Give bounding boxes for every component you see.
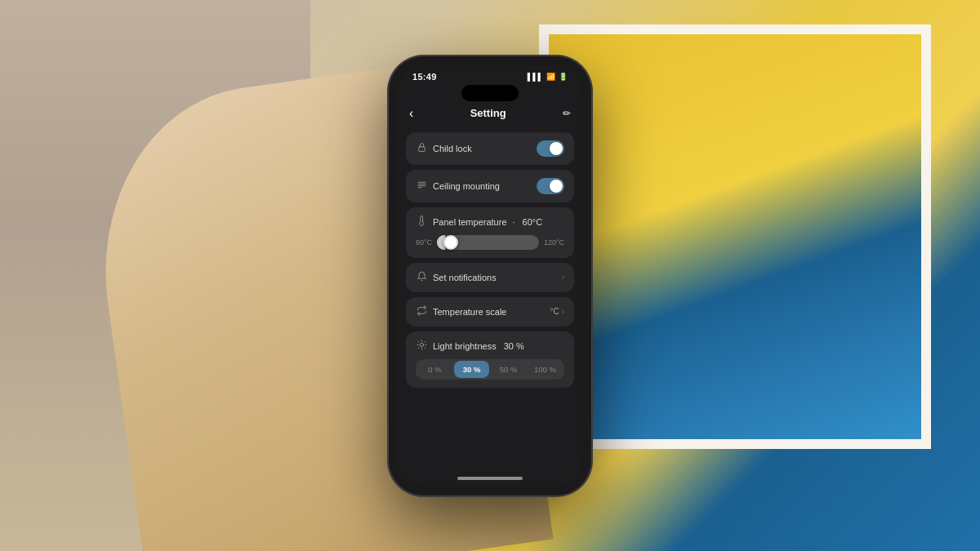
ceiling-mounting-card: Ceiling mounting — [406, 170, 574, 202]
set-notifications-card[interactable]: Set notifications › — [406, 263, 574, 292]
temperature-scale-right: °C › — [550, 307, 564, 316]
dynamic-island — [461, 85, 519, 101]
child-lock-left: Child lock — [416, 142, 472, 155]
ceiling-mounting-toggle[interactable] — [537, 178, 564, 194]
status-time: 15:49 — [412, 72, 437, 82]
settings-content: Child lock — [398, 127, 582, 472]
light-brightness-section: Light brightness 30 % 0 % 30 % 50 % 100 … — [406, 331, 574, 388]
child-lock-toggle[interactable] — [537, 140, 564, 157]
background-art — [549, 34, 921, 439]
bell-icon — [416, 271, 427, 284]
svg-line-9 — [424, 347, 425, 348]
status-icons: ▌▌▌ 📶 🔋 — [528, 73, 568, 81]
child-lock-card: Child lock — [406, 132, 574, 165]
ceiling-mounting-label: Ceiling mounting — [433, 181, 500, 191]
phone-screen: 15:49 ▌▌▌ 📶 🔋 ‹ Setting ✏ — [398, 65, 582, 487]
svg-rect-0 — [418, 146, 425, 150]
phone-container: 15:49 ▌▌▌ 📶 🔋 ‹ Setting ✏ — [388, 56, 592, 496]
brightness-0[interactable]: 0 % — [417, 361, 452, 378]
temperature-scale-row[interactable]: Temperature scale °C › — [406, 297, 574, 327]
brightness-50[interactable]: 50 % — [491, 361, 526, 378]
child-lock-row: Child lock — [406, 132, 574, 165]
light-brightness-value: 30 % — [504, 341, 524, 351]
set-notifications-row[interactable]: Set notifications › — [406, 263, 574, 292]
temperature-slider-row: 60°C 120°C — [416, 235, 564, 250]
set-notifications-left: Set notifications — [416, 271, 497, 284]
wifi-icon: 📶 — [546, 73, 555, 81]
ceiling-mounting-left: Ceiling mounting — [416, 180, 500, 193]
edit-button[interactable]: ✏ — [563, 108, 571, 119]
temperature-slider[interactable] — [437, 235, 539, 250]
set-notifications-label: Set notifications — [433, 273, 497, 282]
child-lock-toggle-thumb — [550, 142, 563, 155]
panel-temperature-label: Panel temperature — [433, 217, 507, 227]
ceiling-mounting-row: Ceiling mounting — [406, 170, 574, 202]
child-lock-label: Child lock — [433, 144, 472, 153]
brightness-selector: 0 % 30 % 50 % 100 % — [416, 359, 564, 380]
temperature-scale-value: °C — [550, 307, 559, 316]
panel-temperature-value: 60°C — [523, 217, 543, 227]
svg-line-12 — [418, 347, 419, 348]
back-button[interactable]: ‹ — [409, 106, 413, 121]
status-bar: 15:49 ▌▌▌ 📶 🔋 — [398, 65, 582, 85]
temp-min-label: 60°C — [416, 238, 432, 247]
sun-icon — [416, 340, 427, 353]
temp-max-label: 120°C — [544, 238, 564, 247]
ceiling-icon — [416, 180, 427, 193]
svg-point-5 — [420, 343, 423, 346]
brightness-30[interactable]: 30 % — [454, 361, 489, 378]
signal-icon: ▌▌▌ — [528, 73, 543, 81]
panel-temperature-section: Panel temperature · 60°C 60°C 120°C — [406, 207, 574, 258]
nav-bar: ‹ Setting ✏ — [398, 103, 582, 127]
light-brightness-header: Light brightness 30 % — [416, 340, 564, 353]
panel-temperature-card: Panel temperature · 60°C 60°C 120°C — [406, 207, 574, 258]
home-indicator — [457, 477, 523, 480]
battery-icon: 🔋 — [559, 73, 568, 81]
light-brightness-label: Light brightness — [433, 341, 497, 351]
temperature-scale-card[interactable]: Temperature scale °C › — [406, 297, 574, 327]
temperature-scale-left: Temperature scale — [416, 305, 507, 318]
svg-line-8 — [418, 341, 419, 342]
light-brightness-card: Light brightness 30 % 0 % 30 % 50 % 100 … — [406, 331, 574, 388]
temperature-scale-label: Temperature scale — [433, 307, 507, 317]
notifications-chevron: › — [562, 273, 564, 282]
panel-temperature-header: Panel temperature · 60°C — [416, 216, 564, 229]
scale-icon — [416, 305, 427, 318]
thermometer-icon — [416, 216, 427, 229]
panel-temperature-separator: · — [513, 217, 515, 227]
slider-thumb[interactable] — [443, 235, 458, 250]
svg-line-13 — [424, 341, 425, 342]
phone: 15:49 ▌▌▌ 📶 🔋 ‹ Setting ✏ — [388, 56, 592, 496]
nav-title: Setting — [470, 107, 506, 119]
lock-icon — [416, 142, 427, 155]
temperature-scale-chevron: › — [562, 307, 564, 316]
background-art-frame — [539, 24, 931, 449]
ceiling-mounting-toggle-thumb — [550, 180, 563, 193]
brightness-100[interactable]: 100 % — [528, 361, 563, 378]
